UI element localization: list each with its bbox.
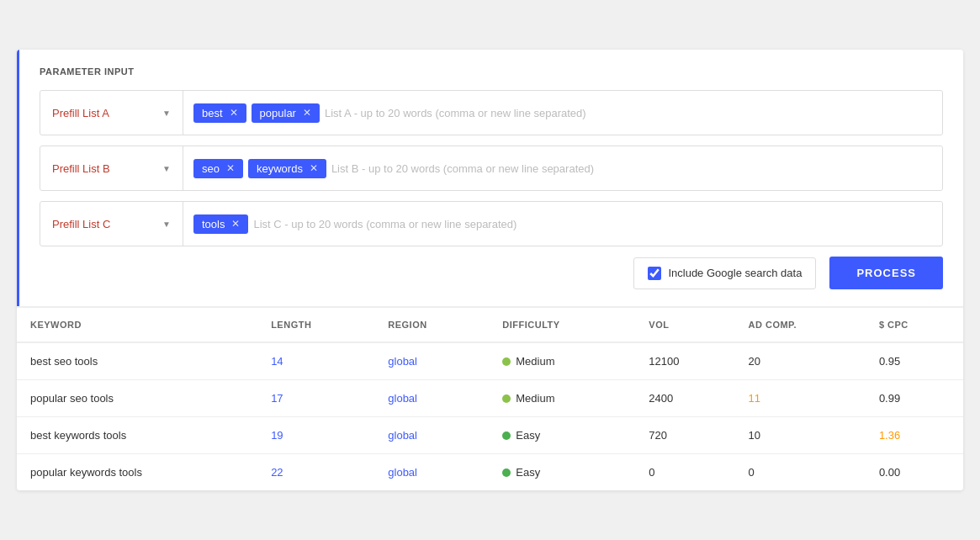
cell-keyword: best keywords tools	[17, 417, 257, 454]
prefill-list-b-dropdown[interactable]: Prefill List B ▼	[40, 146, 183, 190]
tag-tools-remove[interactable]: ✕	[231, 218, 240, 230]
col-difficulty: DIFFICULTY	[489, 308, 635, 342]
cell-length: 19	[257, 417, 374, 454]
difficulty-dot	[502, 469, 511, 477]
prefill-list-c-label: Prefill List C	[52, 218, 110, 230]
col-region: REGION	[374, 308, 489, 342]
list-a-tags-area[interactable]: best ✕ popular ✕ List A - up to 20 words…	[183, 97, 942, 130]
prefill-list-b-label: Prefill List B	[52, 162, 110, 175]
difficulty-dot	[502, 357, 511, 366]
tag-tools: tools ✕	[193, 214, 248, 234]
prefill-list-a-label: Prefill List A	[52, 107, 109, 119]
prefill-list-a-dropdown[interactable]: Prefill List A ▼	[40, 91, 183, 135]
cell-difficulty: Medium	[489, 380, 635, 417]
google-search-data-checkbox-container: Include Google search data	[633, 257, 816, 289]
results-panel: KEYWORD LENGTH REGION DIFFICULTY VOL AD …	[17, 306, 963, 490]
cell-vol: 12100	[635, 342, 734, 380]
list-c-placeholder: List C - up to 20 words (comma or new li…	[253, 218, 516, 230]
tag-popular-remove[interactable]: ✕	[303, 107, 311, 119]
table-row: popular keywords tools 22 global Easy 0 …	[17, 454, 963, 491]
cell-vol: 720	[635, 417, 734, 454]
table-row: best keywords tools 19 global Easy 720 1…	[17, 417, 963, 454]
chevron-down-icon-b: ▼	[162, 164, 171, 173]
cell-keyword: best seo tools	[17, 342, 257, 380]
process-button[interactable]: PROCESS	[829, 257, 943, 289]
difficulty-dot	[502, 431, 511, 440]
prefill-list-c-dropdown[interactable]: Prefill List C ▼	[40, 202, 183, 246]
cell-ad-comp: 11	[735, 380, 866, 417]
difficulty-label: Medium	[516, 355, 554, 368]
chevron-down-icon-c: ▼	[162, 220, 171, 229]
list-b-tags-area[interactable]: seo ✕ keywords ✕ List B - up to 20 words…	[183, 152, 942, 185]
col-length: LENGTH	[257, 308, 374, 342]
panel-title: PARAMETER INPUT	[40, 66, 943, 77]
cell-vol: 2400	[635, 380, 734, 417]
cell-region: global	[374, 380, 489, 417]
cell-ad-comp: 10	[735, 417, 866, 454]
cell-keyword: popular keywords tools	[17, 454, 257, 491]
cell-cpc: 0.99	[866, 380, 963, 417]
cell-ad-comp: 20	[735, 342, 866, 380]
tag-best-remove[interactable]: ✕	[230, 107, 238, 119]
difficulty-label: Medium	[516, 392, 554, 405]
bottom-action-row: Include Google search data PROCESS	[40, 257, 943, 289]
cell-cpc: 0.00	[866, 454, 963, 491]
tag-seo: seo ✕	[193, 159, 243, 178]
list-b-row: Prefill List B ▼ seo ✕ keywords ✕ List B…	[40, 146, 943, 191]
tag-popular: popular ✕	[252, 103, 320, 123]
difficulty-label: Easy	[516, 466, 540, 479]
cell-region: global	[374, 417, 489, 454]
tag-seo-remove[interactable]: ✕	[226, 162, 235, 174]
table-row: popular seo tools 17 global Medium 2400 …	[17, 380, 963, 417]
parameter-panel: PARAMETER INPUT Prefill List A ▼ best ✕ …	[17, 50, 963, 306]
cell-length: 14	[257, 342, 374, 380]
list-a-row: Prefill List A ▼ best ✕ popular ✕ List A…	[40, 90, 943, 135]
cell-keyword: popular seo tools	[17, 380, 257, 417]
chevron-down-icon: ▼	[162, 109, 171, 118]
cell-difficulty: Medium	[489, 342, 635, 380]
cell-cpc: 0.95	[866, 342, 963, 380]
results-table: KEYWORD LENGTH REGION DIFFICULTY VOL AD …	[17, 308, 963, 490]
list-b-placeholder: List B - up to 20 words (comma or new li…	[331, 162, 594, 175]
cell-difficulty: Easy	[489, 454, 635, 491]
cell-length: 22	[257, 454, 374, 491]
col-vol: VOL	[635, 308, 734, 342]
tag-best: best ✕	[193, 103, 246, 123]
list-a-placeholder: List A - up to 20 words (comma or new li…	[325, 107, 586, 119]
cell-length: 17	[257, 380, 374, 417]
table-row: best seo tools 14 global Medium 12100 20…	[17, 342, 963, 380]
cell-vol: 0	[635, 454, 734, 491]
table-header-row: KEYWORD LENGTH REGION DIFFICULTY VOL AD …	[17, 308, 963, 342]
col-cpc: $ CPC	[866, 308, 963, 342]
google-search-data-label[interactable]: Include Google search data	[668, 267, 802, 279]
cell-region: global	[374, 342, 489, 380]
list-c-row: Prefill List C ▼ tools ✕ List C - up to …	[40, 201, 943, 246]
tag-keywords: keywords ✕	[248, 159, 326, 178]
cell-region: global	[374, 454, 489, 491]
google-search-data-checkbox[interactable]	[648, 267, 661, 280]
difficulty-label: Easy	[516, 429, 540, 442]
tag-keywords-remove[interactable]: ✕	[310, 162, 318, 174]
col-ad-comp: AD COMP.	[735, 308, 866, 342]
cell-ad-comp: 0	[735, 454, 866, 491]
list-c-tags-area[interactable]: tools ✕ List C - up to 20 words (comma o…	[183, 208, 942, 241]
difficulty-dot	[502, 394, 511, 403]
cell-cpc: 1.36	[866, 417, 963, 454]
col-keyword: KEYWORD	[17, 308, 257, 342]
cell-difficulty: Easy	[489, 417, 635, 454]
